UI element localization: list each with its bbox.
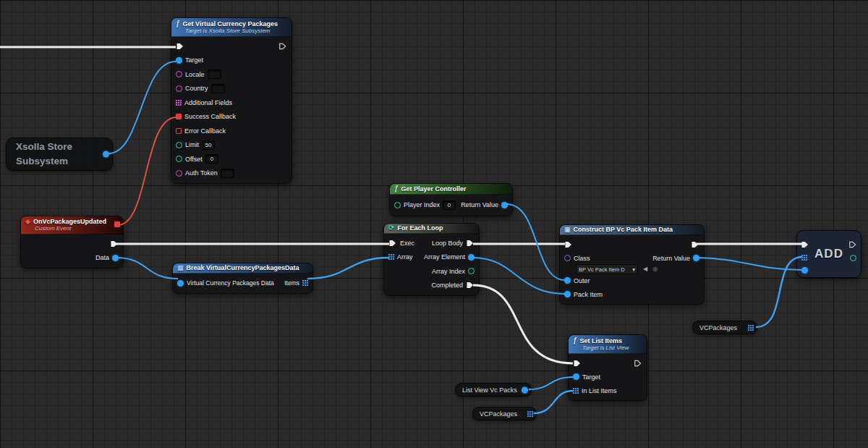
class-select[interactable]: BP Vc Pack Item D▾ — [576, 264, 638, 274]
array-out-pin[interactable] — [527, 411, 533, 417]
completed-exec-pin[interactable] — [466, 281, 475, 289]
player-index-pin[interactable] — [394, 202, 401, 208]
blueprint-graph-canvas[interactable]: ƒGet Virtual Currency Packages Target is… — [0, 0, 868, 448]
loop-body-exec-pin[interactable] — [466, 239, 475, 248]
error-callback-pin[interactable] — [176, 128, 182, 134]
outer-pin[interactable] — [564, 277, 571, 284]
node-title: Break VirtualCurrencyPackagesData — [187, 264, 299, 271]
country-input[interactable] — [211, 84, 225, 93]
auth-token-pin[interactable] — [176, 170, 182, 177]
pin-label: Player Index — [404, 201, 440, 208]
pin-label: Target — [582, 373, 600, 381]
node-get-virtual-currency-packages[interactable]: ƒGet Virtual Currency Packages Target is… — [171, 17, 292, 184]
additional-fields-pin[interactable] — [176, 100, 182, 106]
variable-label: List View Vc Packs — [462, 386, 517, 394]
pin-label: Return Value — [461, 201, 498, 208]
data-out-pin[interactable] — [112, 255, 119, 261]
node-header: ▣Construct BP Vc Pack Item Data — [560, 225, 704, 235]
pin-label: Array — [397, 253, 413, 261]
array-element-pin[interactable] — [468, 254, 475, 261]
wire-completed-to-setlistitems-exec — [473, 285, 573, 363]
wire-vcpackages-to-add-array — [756, 257, 802, 327]
exec-out-pin[interactable] — [634, 359, 642, 368]
function-icon: ƒ — [394, 185, 399, 193]
delegate-out-pin[interactable] — [114, 221, 120, 227]
locale-input[interactable] — [208, 69, 221, 79]
variable-node-list-view-vc-packs[interactable]: List View Vc Packs — [455, 383, 532, 397]
player-index-input[interactable]: 0 — [443, 200, 456, 210]
exec-out-pin[interactable] — [691, 240, 699, 249]
offset-input[interactable]: 0 — [205, 154, 218, 164]
object-out-pin[interactable] — [522, 386, 528, 393]
new-item-pin[interactable] — [801, 267, 808, 274]
pin-label: Country — [185, 85, 208, 92]
node-for-each-loop[interactable]: ⟳For Each Loop Exec Loop Body Array Arra… — [383, 223, 480, 296]
index-out-pin[interactable] — [850, 255, 856, 261]
array-out-pin[interactable] — [748, 325, 754, 331]
target-pin[interactable] — [176, 57, 182, 64]
pin-label: In List Items — [582, 387, 617, 394]
use-selected-icon[interactable]: ◀ — [643, 266, 647, 272]
success-callback-pin[interactable] — [176, 114, 182, 119]
exec-in-pin[interactable] — [573, 359, 582, 368]
exec-in-pin[interactable] — [388, 239, 397, 248]
exec-out-pin[interactable] — [110, 240, 119, 248]
array-index-pin[interactable] — [468, 268, 475, 274]
struct-in-pin[interactable] — [177, 280, 184, 287]
node-subtitle: Custom Event — [35, 225, 117, 232]
target-pin[interactable] — [573, 373, 579, 380]
pack-item-pin[interactable] — [564, 291, 571, 297]
node-title: Get Player Controller — [401, 185, 467, 193]
exec-in-pin[interactable] — [801, 240, 809, 249]
function-icon: ƒ — [176, 20, 180, 28]
object-out-pin[interactable] — [103, 151, 109, 158]
offset-pin[interactable] — [176, 156, 182, 162]
node-title: Construct BP Vc Pack Item Data — [574, 226, 673, 233]
wire-xsolla-to-target — [109, 62, 176, 153]
limit-input[interactable]: 50 — [202, 140, 215, 150]
pin-label: Success Callback — [184, 113, 236, 120]
auth-token-input[interactable] — [221, 169, 234, 178]
pin-label: Locale — [185, 71, 205, 78]
pin-label: Data — [95, 254, 109, 261]
variable-node-vcpackages[interactable]: VCPackages — [692, 321, 757, 334]
pin-label: Limit — [185, 141, 199, 148]
country-pin[interactable] — [176, 85, 182, 92]
node-break-virtualcurrencypackagesdata[interactable]: ▤Break VirtualCurrencyPackagesData Virtu… — [172, 263, 313, 294]
pin-label: Error Callback — [184, 127, 226, 135]
pin-label: Auth Token — [185, 169, 218, 177]
target-array-pin[interactable] — [801, 255, 807, 261]
exec-out-pin[interactable] — [278, 42, 287, 51]
variable-label: VCPackages — [699, 324, 737, 331]
pin-label: Completed — [431, 282, 463, 289]
pin-label: Additional Fields — [184, 99, 232, 106]
browse-icon[interactable]: ◎ — [652, 266, 658, 272]
break-struct-icon: ▤ — [177, 265, 184, 271]
return-value-pin[interactable] — [693, 255, 699, 261]
in-list-items-pin[interactable] — [573, 388, 579, 394]
variable-node-vcpackages[interactable]: VCPackages — [472, 407, 537, 420]
wire-success-callback-to-event — [118, 117, 176, 225]
node-set-list-items[interactable]: ƒSet List Items Target is List View Targ… — [568, 334, 647, 401]
function-icon: ƒ — [573, 337, 577, 345]
pin-label: Outer — [574, 277, 590, 284]
node-get-player-controller[interactable]: ƒGet Player Controller Player Index0 Ret… — [389, 183, 513, 216]
node-construct-bp-vc-pack-item-data[interactable]: ▣Construct BP Vc Pack Item Data Class Re… — [559, 224, 705, 305]
variable-node-xsolla-store-subsystem[interactable]: Xsolla Store Subsystem — [6, 138, 113, 171]
exec-in-pin[interactable] — [176, 42, 184, 51]
node-add-array-item[interactable]: ADD — [796, 230, 861, 278]
limit-pin[interactable] — [176, 142, 182, 148]
node-onvcpackagesupdated-event[interactable]: ◈OnVcPackagesUpdated Custom Event Data — [20, 216, 124, 269]
class-pin[interactable] — [564, 255, 571, 261]
pin-label: Array Element — [424, 253, 465, 261]
locale-pin[interactable] — [176, 71, 182, 77]
return-value-pin[interactable] — [501, 202, 508, 208]
exec-out-pin[interactable] — [848, 240, 857, 249]
node-title: OnVcPackagesUpdated — [33, 218, 106, 225]
exec-in-pin[interactable] — [564, 240, 573, 249]
items-array-out-pin[interactable] — [302, 280, 308, 286]
pin-label: Items — [284, 279, 299, 287]
pin-label: Offset — [185, 156, 203, 163]
array-in-pin[interactable] — [388, 254, 394, 260]
node-title: For Each Loop — [397, 224, 443, 232]
